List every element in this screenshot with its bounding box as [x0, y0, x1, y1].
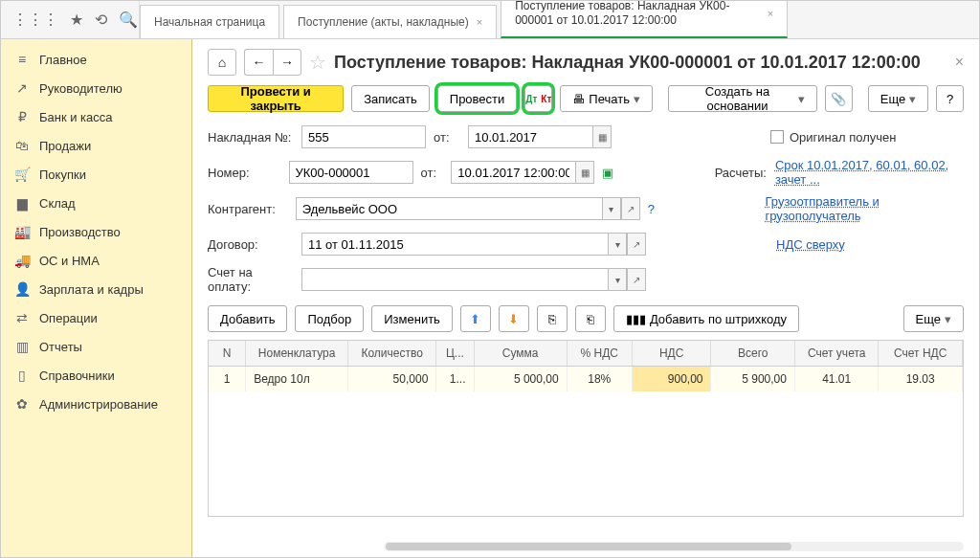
counterparty-help[interactable]: ? [648, 202, 655, 216]
bag-icon: 🛍 [14, 138, 30, 153]
sidebar-item-assets[interactable]: 🚚ОС и НМА [1, 246, 191, 275]
sidebar-item-label: Руководителю [39, 81, 122, 96]
tab-label: Поступление (акты, накладные) [298, 15, 469, 29]
sidebar-item-operations[interactable]: ⇄Операции [1, 303, 191, 332]
sidebar-item-purchases[interactable]: 🛒Покупки [1, 160, 191, 189]
sidebar-item-bank[interactable]: ₽Банк и касса [1, 102, 191, 131]
invoice-date-input[interactable] [468, 125, 592, 148]
vat-link[interactable]: НДС сверху [776, 237, 845, 252]
close-button[interactable]: × [955, 54, 964, 71]
col-n[interactable]: N [209, 341, 246, 366]
apps-icon[interactable]: ⋮⋮⋮ [12, 11, 58, 29]
favorite-icon[interactable]: ★ [70, 11, 83, 29]
sidebar-item-label: ОС и НМА [39, 254, 100, 268]
tab-receipts[interactable]: Поступление (акты, накладные)× [283, 5, 497, 38]
number-datetime-input[interactable] [451, 161, 575, 184]
swap-icon: ⇄ [14, 310, 30, 325]
help-button[interactable]: ? [936, 85, 964, 112]
move-up-button[interactable]: ⬆ [460, 305, 491, 332]
sidebar-item-main[interactable]: ≡Главное [1, 45, 191, 74]
book-icon: ▯ [14, 368, 30, 383]
counterparty-label: Контрагент: [208, 202, 288, 216]
post-and-close-button[interactable]: Провести и закрыть [208, 85, 344, 112]
sidebar-item-production[interactable]: 🏭Производство [1, 217, 191, 246]
change-button[interactable]: Изменить [371, 305, 453, 332]
history-icon[interactable]: ⟲ [95, 11, 107, 29]
number-input[interactable] [289, 161, 413, 184]
attach-button[interactable]: 📎 [825, 85, 853, 112]
select-button[interactable]: Подбор [295, 305, 364, 332]
search-icon[interactable]: 🔍 [119, 11, 138, 29]
col-price[interactable]: Ц... [436, 341, 474, 366]
favorite-toggle[interactable]: ☆ [309, 51, 326, 74]
sidebar-item-label: Отчеты [39, 340, 82, 354]
original-received-checkbox[interactable] [770, 130, 784, 144]
open-icon[interactable]: ↗ [621, 197, 640, 220]
contract-input[interactable] [301, 233, 608, 256]
invoice-no-input[interactable] [301, 125, 426, 148]
col-vat-account[interactable]: Счет НДС [879, 341, 962, 366]
paste-button[interactable]: ⎗ [575, 305, 606, 332]
barcode-icon: ▮▮▮ [626, 312, 646, 326]
post-button[interactable]: Провести [437, 85, 518, 112]
move-down-button[interactable]: ⬇ [499, 305, 529, 332]
sidebar: ≡Главное ↗Руководителю ₽Банк и касса 🛍Пр… [1, 39, 192, 557]
chart-icon: ↗ [14, 80, 30, 96]
counterparty-input[interactable] [296, 197, 602, 220]
col-quantity[interactable]: Количество [348, 341, 436, 366]
col-vat[interactable]: НДС [633, 341, 712, 366]
sidebar-item-label: Банк и касса [39, 110, 113, 124]
sidebar-item-payroll[interactable]: 👤Зарплата и кадры [1, 275, 191, 303]
sidebar-item-sales[interactable]: 🛍Продажи [1, 131, 191, 160]
tab-current-invoice[interactable]: Поступление товаров: Накладная УК00-0000… [501, 0, 788, 38]
cell-vat-percent: 18% [568, 367, 633, 391]
sidebar-item-references[interactable]: ▯Справочники [1, 361, 191, 390]
add-barcode-button[interactable]: ▮▮▮ Добавить по штрихкоду [613, 305, 799, 332]
sidebar-item-warehouse[interactable]: ▆Склад [1, 189, 191, 217]
sidebar-item-label: Главное [39, 53, 87, 67]
sidebar-item-reports[interactable]: ▥Отчеты [1, 332, 191, 361]
horizontal-scrollbar[interactable] [384, 542, 964, 551]
forward-button[interactable]: → [273, 49, 301, 76]
bill-input[interactable] [301, 268, 608, 291]
add-row-button[interactable]: Добавить [208, 305, 287, 332]
dropdown-icon[interactable]: ▾ [608, 233, 627, 256]
home-button[interactable]: ⌂ [208, 49, 236, 76]
close-icon[interactable]: × [477, 16, 482, 28]
items-table: N Номенклатура Количество Ц... Сумма % Н… [208, 340, 964, 517]
table-more-button[interactable]: Еще [903, 305, 964, 332]
col-sum[interactable]: Сумма [475, 341, 568, 366]
truck-icon: 🚚 [14, 253, 30, 268]
dropdown-icon[interactable]: ▾ [602, 197, 621, 220]
page-title: Поступление товаров: Накладная УК00-0000… [334, 53, 947, 73]
copy-button[interactable]: ⎘ [537, 305, 568, 332]
open-icon[interactable]: ↗ [627, 233, 646, 256]
dropdown-icon[interactable]: ▾ [608, 268, 627, 291]
col-nomenclature[interactable]: Номенклатура [246, 341, 348, 366]
dtkt-button[interactable]: ДтКт [524, 85, 552, 112]
more-button[interactable]: Еще [868, 85, 928, 112]
tab-home[interactable]: Начальная страница [140, 5, 279, 38]
create-based-button[interactable]: Создать на основании [668, 85, 817, 112]
table-row[interactable]: 1 Ведро 10л 50,000 1... 5 000,00 18% 900… [209, 367, 963, 391]
save-button[interactable]: Записать [351, 85, 430, 112]
shipper-link[interactable]: Грузоотправитель и грузополучатель [765, 194, 964, 223]
col-total[interactable]: Всего [711, 341, 794, 366]
ruble-icon: ₽ [14, 109, 30, 124]
cell-vat-account: 19.03 [879, 367, 962, 391]
col-vat-percent[interactable]: % НДС [568, 341, 633, 366]
calendar-icon[interactable]: ▦ [575, 161, 594, 184]
menu-icon: ≡ [14, 52, 30, 67]
calendar-icon[interactable]: ▦ [592, 125, 612, 148]
col-account[interactable]: Счет учета [795, 341, 879, 366]
gear-icon: ✿ [14, 396, 30, 412]
close-icon[interactable]: × [768, 8, 773, 19]
sidebar-item-label: Справочники [39, 368, 115, 383]
print-button[interactable]: 🖶Печать [560, 85, 653, 112]
back-button[interactable]: ← [244, 49, 273, 76]
settlements-link[interactable]: Срок 10.01.2017, 60.01, 60.02, зачет ... [775, 158, 964, 187]
factory-icon: 🏭 [14, 224, 30, 239]
open-icon[interactable]: ↗ [627, 268, 646, 291]
sidebar-item-manager[interactable]: ↗Руководителю [1, 74, 191, 102]
sidebar-item-admin[interactable]: ✿Администрирование [1, 390, 191, 418]
